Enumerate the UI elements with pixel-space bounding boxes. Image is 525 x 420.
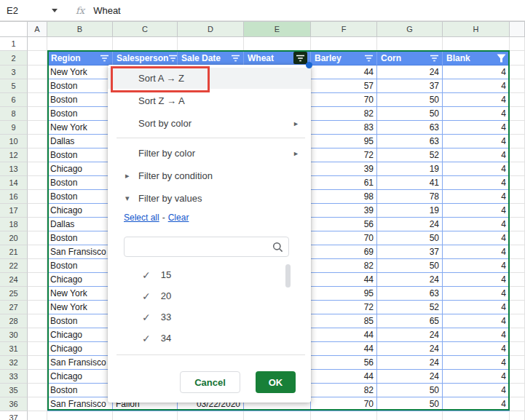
row-header-21[interactable]: 21 (0, 245, 28, 259)
menu-item-filter-by-condition[interactable]: ▸ Filter by condition (108, 165, 311, 186)
cell[interactable] (244, 37, 311, 51)
cell-blank[interactable]: 4 (443, 66, 510, 79)
cell[interactable] (28, 287, 47, 301)
cell[interactable] (28, 259, 47, 273)
cell-corn[interactable]: 24 (377, 356, 443, 370)
cell-region[interactable]: Boston (47, 314, 113, 328)
cell-corn[interactable]: 50 (377, 231, 443, 245)
menu-item-sort-by-color[interactable]: Sort by color ► (108, 113, 311, 134)
row-header-35[interactable]: 35 (0, 384, 28, 397)
filter-value-row[interactable]: ✓ 33 (108, 306, 311, 328)
cell-region[interactable]: New York (47, 66, 113, 79)
cell[interactable] (28, 411, 47, 420)
cell-blank[interactable]: 4 (443, 301, 510, 314)
header-cell-corn[interactable]: Corn (377, 51, 443, 66)
cell-corn[interactable]: 37 (377, 79, 443, 93)
cell-region[interactable]: Dallas (47, 218, 113, 231)
row-header-25[interactable]: 25 (0, 287, 28, 301)
cell[interactable] (443, 411, 510, 420)
cell[interactable] (443, 37, 510, 51)
row-header-27[interactable]: 27 (0, 301, 28, 314)
cell[interactable] (28, 176, 47, 190)
cell[interactable] (28, 79, 47, 93)
cell-region[interactable]: Chicago (47, 162, 113, 176)
cell[interactable] (28, 370, 47, 384)
cell-blank[interactable]: 4 (443, 328, 510, 342)
cell-corn[interactable]: 50 (377, 93, 443, 107)
cell[interactable] (28, 162, 47, 176)
cell[interactable] (28, 356, 47, 370)
select-all-link[interactable]: Select all (124, 213, 159, 223)
cell-blank[interactable]: 4 (443, 342, 510, 356)
cell-region[interactable]: San Fransisco (47, 245, 113, 259)
row-header-31[interactable]: 31 (0, 342, 28, 356)
cell-corn[interactable]: 19 (377, 204, 443, 218)
row-header-14[interactable]: 14 (0, 176, 28, 190)
cell-blank[interactable]: 4 (443, 79, 510, 93)
row-header-5[interactable]: 5 (0, 79, 28, 93)
cell[interactable] (28, 37, 47, 51)
cell-barley[interactable]: 70 (311, 231, 377, 245)
row-header-17[interactable]: 17 (0, 204, 28, 218)
cell-blank[interactable]: 4 (443, 204, 510, 218)
cell[interactable] (28, 107, 47, 121)
row-header-18[interactable]: 18 (0, 218, 28, 231)
cell-blank[interactable]: 4 (443, 135, 510, 148)
filter-button-active[interactable] (293, 52, 307, 64)
cell-barley[interactable]: 39 (311, 162, 377, 176)
cell[interactable] (28, 51, 47, 66)
cell-blank[interactable]: 4 (443, 259, 510, 273)
cell-blank[interactable]: 4 (443, 176, 510, 190)
cell-barley[interactable]: 69 (311, 245, 377, 259)
filter-value-row[interactable]: ✓ 20 (108, 285, 311, 306)
cell-region[interactable]: Boston (47, 176, 113, 190)
name-box-dropdown-icon[interactable] (52, 9, 58, 12)
cell-blank[interactable]: 4 (443, 93, 510, 107)
cell[interactable] (311, 37, 377, 51)
cell[interactable] (377, 411, 443, 420)
row-header-28[interactable]: 28 (0, 314, 28, 328)
row-header-16[interactable]: 16 (0, 190, 28, 204)
ok-button[interactable]: OK (256, 371, 296, 393)
cell-corn[interactable]: 50 (377, 259, 443, 273)
cell-region[interactable]: Chicago (47, 342, 113, 356)
cell-barley[interactable]: 82 (311, 259, 377, 273)
cell-region[interactable]: Boston (47, 231, 113, 245)
cell-corn[interactable]: 78 (377, 190, 443, 204)
cell[interactable] (113, 411, 178, 420)
cell-barley[interactable]: 39 (311, 204, 377, 218)
cell-region[interactable]: Dallas (47, 135, 113, 148)
cell-barley[interactable]: 72 (311, 148, 377, 162)
cell-barley[interactable]: 61 (311, 176, 377, 190)
column-header-E[interactable]: E (244, 21, 311, 37)
cell-barley[interactable]: 98 (311, 190, 377, 204)
cell-corn[interactable]: 50 (377, 384, 443, 397)
row-header-20[interactable]: 20 (0, 231, 28, 245)
cell-barley[interactable]: 70 (311, 397, 377, 411)
cell-blank[interactable]: 4 (443, 287, 510, 301)
cell[interactable] (178, 411, 244, 420)
cell-region[interactable]: New York (47, 301, 113, 314)
cell-barley[interactable]: 56 (311, 356, 377, 370)
cell-barley[interactable]: 82 (311, 384, 377, 397)
cell-barley[interactable]: 72 (311, 301, 377, 314)
row-header-30[interactable]: 30 (0, 328, 28, 342)
column-header-C[interactable]: C (113, 21, 178, 37)
cell-region[interactable]: San Fransisco (47, 397, 113, 411)
header-cell-salesperson[interactable]: Salesperson (113, 51, 178, 66)
cell-blank[interactable]: 4 (443, 162, 510, 176)
cell[interactable] (47, 37, 113, 51)
cell-barley[interactable]: 95 (311, 287, 377, 301)
cell-region[interactable]: Boston (47, 79, 113, 93)
column-header-D[interactable]: D (178, 21, 244, 37)
cell[interactable] (28, 148, 47, 162)
header-cell-barley[interactable]: Barley (311, 51, 377, 66)
filter-button[interactable] (231, 55, 240, 62)
row-header-3[interactable]: 3 (0, 66, 28, 79)
cell[interactable] (28, 218, 47, 231)
cell[interactable] (311, 411, 377, 420)
cell[interactable] (28, 135, 47, 148)
search-input[interactable] (124, 237, 289, 257)
cell-corn[interactable]: 63 (377, 121, 443, 135)
cell-blank[interactable]: 4 (443, 356, 510, 370)
